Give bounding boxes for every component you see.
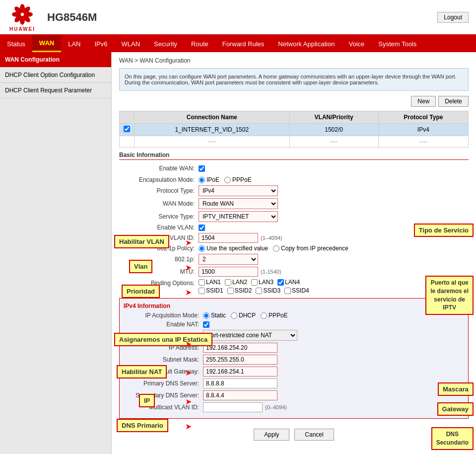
col-vlan: VLAN/Priority [289,111,378,124]
row1-checkbox[interactable] [124,126,130,132]
enable-vlan-checkbox[interactable] [199,225,205,231]
breadcrumb: WAN > WAN Configuration [119,57,469,64]
row1-name: 1_INTERNET_R_VID_1502 [135,124,290,136]
delete-button[interactable]: Delete [438,96,469,107]
apply-button[interactable]: Apply [254,429,289,441]
ssid4-label: SSID4 [284,287,309,294]
ipv4-title: IPv4 Information [124,303,464,309]
protocol-type-label: Protocol Type: [119,187,199,194]
vlan-hint: (1–4094) [261,235,282,241]
nav-item-lan[interactable]: LAN [61,36,87,52]
vlan-id-input[interactable] [199,233,258,243]
acq-dhcp-radio[interactable] [231,312,237,319]
col-connection-name: Connection Name [135,111,290,124]
encap-pppoe-text: PPPoE [232,176,252,183]
action-bar: Apply Cancel [119,424,469,446]
ssid1-label: SSID1 [199,287,223,294]
huawei-logo-icon [7,2,37,26]
nat-type-select[interactable]: Port-restricted cone NAT [203,330,297,341]
lan1-checkbox[interactable] [199,279,205,286]
multicast-input[interactable] [203,402,263,412]
nav-item-ipv6[interactable]: IPv6 [88,36,115,52]
row2-vlan: ---- [289,136,378,148]
annotation-prioridad: Prioridad [122,285,160,298]
nav-item-wan[interactable]: WAN [32,35,61,52]
arrow-habilitar-vlan: ➤ [185,238,192,247]
annotation-dns-secundario: DNSSecundario [431,427,474,450]
row1-vlan: 1502/0 [289,124,378,136]
new-button[interactable]: New [411,96,436,107]
cancel-button[interactable]: Cancel [294,429,334,441]
policy-copy-text: Copy from IP precedence [281,245,348,252]
nav-item-system[interactable]: System Tools [371,36,423,52]
policy-copy-radio[interactable] [273,245,279,252]
encap-ipoe-radio[interactable] [199,177,205,183]
ssid3-label: SSID3 [256,287,280,294]
nav-item-route[interactable]: Route [184,36,215,52]
row2-protocol: ---- [378,136,468,148]
policy-specified-text: Use the specified value [206,245,268,252]
annotation-gateway: Gateway [437,402,474,416]
lan2-checkbox[interactable] [225,279,231,286]
lan2-label: LAN2 [225,279,247,286]
annotation-vlan: Vlan [129,260,152,273]
device-name: HG8546M [47,11,437,24]
ssid4-checkbox[interactable] [284,288,291,294]
ssid3-checkbox[interactable] [256,288,262,294]
enable-nat-checkbox[interactable] [203,321,209,328]
sidebar-item-dhcp-option[interactable]: DHCP Client Option Configuration [0,68,111,83]
acquisition-label: IP Acquisition Mode: [124,312,203,319]
encap-ipoe-text: IPoE [206,176,219,183]
acq-pppoe-radio[interactable] [261,312,267,319]
arrow-asignar-ip: ➤ [185,339,192,349]
nav-item-status[interactable]: Status [0,36,32,52]
sidebar-item-wan-config[interactable]: WAN Configuration [0,52,111,68]
nav-item-forward[interactable]: Forward Rules [215,36,272,52]
dns1-label: Primary DNS Server: [124,380,203,387]
acq-pppoe-text: PPPoE [269,312,288,319]
lan4-checkbox[interactable] [277,279,284,286]
dns2-input[interactable] [203,390,277,400]
encap-ipoe-label: IPoE [199,176,219,183]
enable-wan-label: Enable WAN: [119,165,199,172]
subnet-input[interactable] [203,355,277,365]
annotation-tipo-servicio: Tipo de Servicio [414,224,474,237]
info-box: On this page, you can configure WAN port… [119,68,469,91]
annotation-habilitar-nat: Habilitar NAT [117,365,167,378]
ssid2-checkbox[interactable] [227,288,234,294]
arrow-habilitar-nat: ➤ [185,368,192,378]
acq-static-radio[interactable] [203,312,209,319]
encap-pppoe-radio[interactable] [224,177,231,183]
logo-text: HUAWEI [9,26,35,32]
logo-area: HUAWEI [7,2,37,32]
nav-item-network-app[interactable]: Network Application [271,36,341,52]
dns1-input[interactable] [203,378,277,388]
mtu-input[interactable] [199,267,258,277]
arrow-dns-primario: ➤ [185,422,192,431]
enable-nat-label: Enable NAT: [124,321,203,328]
table-row: ---- ---- ---- [120,136,469,148]
sidebar-item-dhcp-request[interactable]: DHCP Client Request Parameter [0,83,111,98]
arrow-vlan: ➤ [185,263,192,272]
protocol-type-select[interactable]: IPv4 [199,185,278,196]
annotation-puerto-iptv: Puerto al quele daremos elservicio deIPT… [425,276,474,315]
enable-wan-checkbox[interactable] [199,165,205,172]
lan3-checkbox[interactable] [251,279,258,286]
service-type-select[interactable]: IPTV_INTERNET [199,211,278,222]
ipv4-section: IPv4 Information IP Acquisition Mode: St… [119,298,469,419]
nav-item-security[interactable]: Security [147,36,184,52]
basic-info-title: Basic Information [119,151,469,160]
col-protocol: Protocol Type [378,111,468,124]
annotation-habilitar-vlan: Habilitar VLAN [114,235,169,248]
ssid1-checkbox[interactable] [199,288,205,294]
policy-specified-radio[interactable] [199,245,205,252]
nav-item-voice[interactable]: Voice [341,36,371,52]
wan-mode-select[interactable]: Route WAN [199,198,278,209]
logout-button[interactable]: Logout [437,12,469,23]
nav-item-wlan[interactable]: WLAN [115,36,147,52]
ip-addr-input[interactable] [203,343,277,353]
binding-options: LAN1 LAN2 LAN3 LAN4 SSID1 [199,279,309,294]
p802-select[interactable]: 2 [199,254,258,265]
col-checkbox [120,111,135,124]
gateway-input[interactable] [203,367,277,377]
